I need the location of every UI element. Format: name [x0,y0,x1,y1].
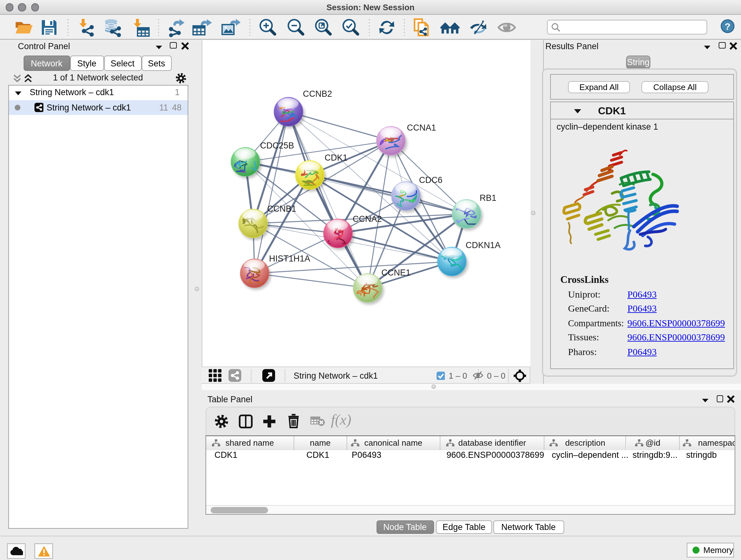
svg-text:CCNA2: CCNA2 [352,214,382,224]
svg-text:CCNA1: CCNA1 [407,123,436,132]
svg-text:CCNE1: CCNE1 [381,267,410,277]
svg-text:CDC25B: CDC25B [260,140,294,150]
svg-text:CCNB2: CCNB2 [302,89,332,98]
svg-text:?: ? [725,21,731,32]
svg-text:CDKN1A: CDKN1A [465,240,500,250]
svg-text:CDC6: CDC6 [419,175,442,185]
svg-text:CCNB1: CCNB1 [267,204,296,213]
svg-text:CDK1: CDK1 [324,152,347,162]
svg-text:RB1: RB1 [479,193,496,202]
svg-text:HIST1H1A: HIST1H1A [269,253,310,263]
